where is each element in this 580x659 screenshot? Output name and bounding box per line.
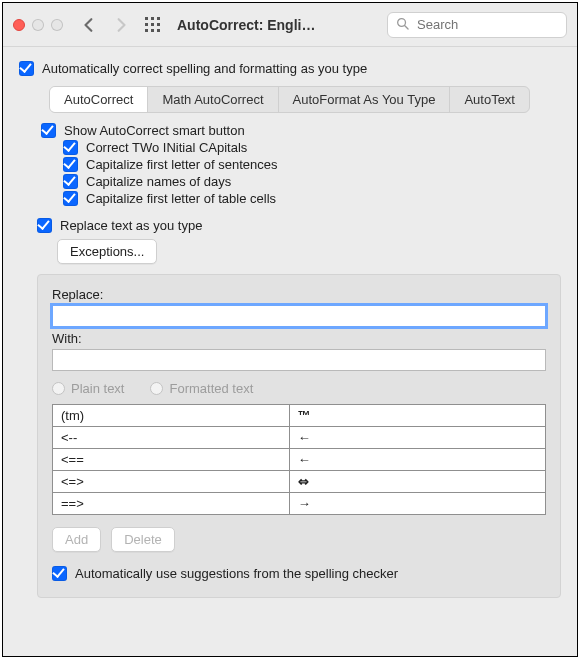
replace-to-cell[interactable]: ™ — [289, 405, 545, 427]
radio-dot-icon — [150, 382, 163, 395]
svg-rect-1 — [151, 17, 154, 20]
formatted-text-radio[interactable]: Formatted text — [150, 381, 253, 396]
minimize-window-button[interactable] — [32, 19, 44, 31]
capitalize-sentences-label: Capitalize first letter of sentences — [86, 157, 277, 172]
two-initial-caps-row[interactable]: Correct TWo INitial CApitals — [63, 140, 561, 155]
tab-autoformat-as-you-type[interactable]: AutoFormat As You Type — [279, 87, 451, 112]
tab-math-autocorrect[interactable]: Math AutoCorrect — [148, 87, 278, 112]
auto-correct-master-row[interactable]: Automatically correct spelling and forma… — [19, 61, 561, 76]
close-window-button[interactable] — [13, 19, 25, 31]
auto-correct-master-checkbox[interactable] — [19, 61, 34, 76]
formatted-text-radio-label: Formatted text — [169, 381, 253, 396]
tab-autotext[interactable]: AutoText — [450, 87, 529, 112]
replace-as-you-type-label: Replace text as you type — [60, 218, 202, 233]
replace-from-cell[interactable]: <=> — [53, 471, 290, 493]
replacements-table[interactable]: (tm) ™ <-- ← <== ← <=> ⇔ — [52, 404, 546, 515]
replace-to-cell[interactable]: → — [289, 493, 545, 515]
smart-button-row[interactable]: Show AutoCorrect smart button — [41, 123, 561, 138]
radio-dot-icon — [52, 382, 65, 395]
replace-as-you-type-checkbox[interactable] — [37, 218, 52, 233]
plain-text-radio[interactable]: Plain text — [52, 381, 124, 396]
table-row[interactable]: <== ← — [53, 449, 546, 471]
two-initial-caps-checkbox[interactable] — [63, 140, 78, 155]
smart-button-checkbox[interactable] — [41, 123, 56, 138]
capitalize-days-label: Capitalize names of days — [86, 174, 231, 189]
svg-rect-7 — [151, 29, 154, 32]
titlebar: AutoCorrect: Engli… — [3, 3, 577, 47]
replace-from-cell[interactable]: (tm) — [53, 405, 290, 427]
window-title: AutoCorrect: Engli… — [177, 17, 315, 33]
tab-autocorrect[interactable]: AutoCorrect — [50, 87, 148, 112]
format-radio-group: Plain text Formatted text — [52, 381, 546, 396]
exceptions-button[interactable]: Exceptions... — [57, 239, 157, 264]
search-input[interactable] — [415, 16, 580, 33]
replace-label: Replace: — [52, 287, 546, 302]
replacements-panel: Replace: With: Plain text Formatted text… — [37, 274, 561, 598]
svg-rect-8 — [157, 29, 160, 32]
spell-suggestions-row[interactable]: Automatically use suggestions from the s… — [52, 566, 546, 581]
table-row[interactable]: (tm) ™ — [53, 405, 546, 427]
smart-button-label: Show AutoCorrect smart button — [64, 123, 245, 138]
search-icon — [396, 17, 409, 33]
capitalize-sentences-checkbox[interactable] — [63, 157, 78, 172]
replace-to-cell[interactable]: ← — [289, 449, 545, 471]
auto-correct-master-label: Automatically correct spelling and forma… — [42, 61, 367, 76]
with-input[interactable] — [52, 349, 546, 371]
add-button[interactable]: Add — [52, 527, 101, 552]
preferences-window: AutoCorrect: Engli… Automatically correc… — [2, 2, 578, 657]
replace-from-cell[interactable]: <-- — [53, 427, 290, 449]
svg-rect-4 — [151, 23, 154, 26]
svg-rect-5 — [157, 23, 160, 26]
table-row[interactable]: <=> ⇔ — [53, 471, 546, 493]
replace-from-cell[interactable]: ==> — [53, 493, 290, 515]
tab-bar: AutoCorrect Math AutoCorrect AutoFormat … — [49, 86, 530, 113]
nav-forward-button[interactable] — [109, 13, 133, 37]
replace-to-cell[interactable]: ← — [289, 427, 545, 449]
search-field[interactable] — [387, 12, 567, 38]
with-label: With: — [52, 331, 546, 346]
replace-as-you-type-row[interactable]: Replace text as you type — [37, 218, 561, 233]
table-row[interactable]: ==> → — [53, 493, 546, 515]
content-area: Automatically correct spelling and forma… — [3, 47, 577, 656]
capitalize-sentences-row[interactable]: Capitalize first letter of sentences — [63, 157, 561, 172]
plain-text-radio-label: Plain text — [71, 381, 124, 396]
svg-rect-2 — [157, 17, 160, 20]
svg-line-10 — [405, 25, 409, 29]
show-all-icon[interactable] — [141, 13, 165, 37]
capitalize-table-cells-row[interactable]: Capitalize first letter of table cells — [63, 191, 561, 206]
capitalize-days-row[interactable]: Capitalize names of days — [63, 174, 561, 189]
delete-button[interactable]: Delete — [111, 527, 175, 552]
svg-rect-0 — [145, 17, 148, 20]
svg-rect-3 — [145, 23, 148, 26]
svg-rect-6 — [145, 29, 148, 32]
traffic-lights — [13, 19, 63, 31]
replace-to-cell[interactable]: ⇔ — [289, 471, 545, 493]
capitalize-days-checkbox[interactable] — [63, 174, 78, 189]
nav-back-button[interactable] — [77, 13, 101, 37]
zoom-window-button[interactable] — [51, 19, 63, 31]
spell-suggestions-label: Automatically use suggestions from the s… — [75, 566, 398, 581]
capitalize-table-cells-label: Capitalize first letter of table cells — [86, 191, 276, 206]
spell-suggestions-checkbox[interactable] — [52, 566, 67, 581]
two-initial-caps-label: Correct TWo INitial CApitals — [86, 140, 247, 155]
replace-input[interactable] — [52, 305, 546, 327]
table-row[interactable]: <-- ← — [53, 427, 546, 449]
capitalize-table-cells-checkbox[interactable] — [63, 191, 78, 206]
replace-from-cell[interactable]: <== — [53, 449, 290, 471]
